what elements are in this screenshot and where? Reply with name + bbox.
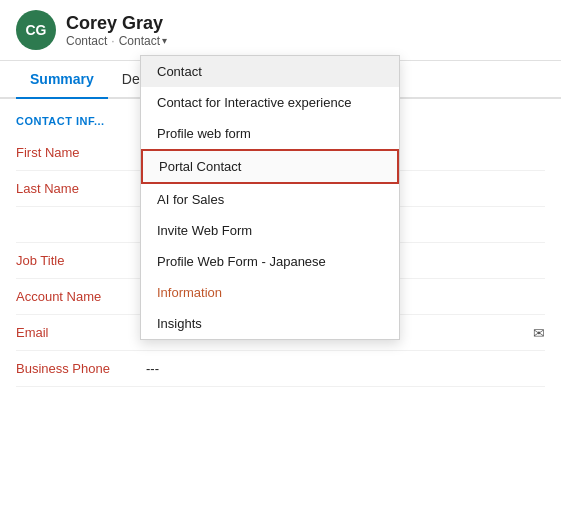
field-business-phone: Business Phone ---	[16, 351, 545, 387]
label-email: Email	[16, 325, 146, 340]
breadcrumb-dropdown-label: Contact	[119, 34, 160, 48]
dropdown-item-contact-interactive[interactable]: Contact for Interactive experience	[141, 87, 399, 118]
dropdown-item-portal-contact[interactable]: Portal Contact	[141, 149, 399, 184]
label-last-name: Last Name	[16, 181, 146, 196]
breadcrumb-type: Contact	[66, 34, 107, 48]
header: CG Corey Gray Contact · Contact ▾	[0, 0, 561, 61]
dropdown-item-profile-web-form-japanese[interactable]: Profile Web Form - Japanese	[141, 246, 399, 277]
dropdown-item-invite-web-form[interactable]: Invite Web Form	[141, 215, 399, 246]
tab-summary[interactable]: Summary	[16, 61, 108, 99]
avatar: CG	[16, 10, 56, 50]
breadcrumb-dropdown-button[interactable]: Contact ▾	[119, 34, 167, 48]
chevron-down-icon: ▾	[162, 35, 167, 46]
breadcrumb-separator: ·	[111, 34, 114, 48]
header-info: Corey Gray Contact · Contact ▾	[66, 13, 167, 48]
label-first-name: First Name	[16, 145, 146, 160]
email-icon: ✉	[533, 325, 545, 341]
dropdown-item-information[interactable]: Information	[141, 277, 399, 308]
dropdown-item-ai-sales[interactable]: AI for Sales	[141, 184, 399, 215]
dropdown-item-contact[interactable]: Contact	[141, 56, 399, 87]
label-account-name: Account Name	[16, 289, 146, 304]
contact-name: Corey Gray	[66, 13, 167, 34]
value-business-phone: ---	[146, 361, 545, 376]
dropdown-item-profile-web-form[interactable]: Profile web form	[141, 118, 399, 149]
breadcrumb: Contact · Contact ▾	[66, 34, 167, 48]
label-job-title: Job Title	[16, 253, 146, 268]
dropdown-menu: Contact Contact for Interactive experien…	[140, 55, 400, 340]
label-business-phone: Business Phone	[16, 361, 146, 376]
dropdown-item-insights[interactable]: Insights	[141, 308, 399, 339]
